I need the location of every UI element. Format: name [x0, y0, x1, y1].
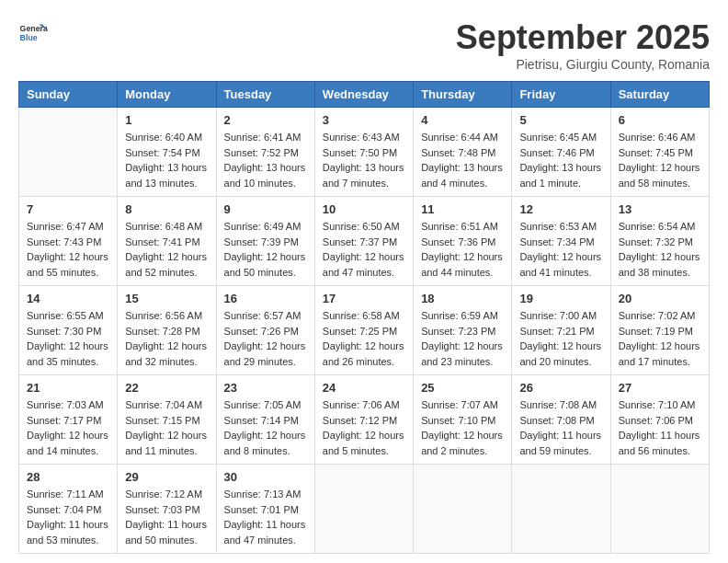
day-info: Sunrise: 7:00 AMSunset: 7:21 PMDaylight:…	[519, 308, 602, 369]
title-block: September 2025 Pietrisu, Giurgiu County,…	[456, 18, 710, 72]
calendar-day-cell: 19Sunrise: 7:00 AMSunset: 7:21 PMDayligh…	[512, 286, 610, 375]
calendar-day-cell	[610, 465, 709, 554]
day-info: Sunrise: 7:11 AMSunset: 7:04 PMDaylight:…	[27, 487, 109, 547]
day-number: 3	[323, 113, 405, 127]
day-info: Sunrise: 6:47 AMSunset: 7:43 PMDaylight:…	[27, 219, 109, 280]
day-info: Sunrise: 7:02 AMSunset: 7:19 PMDaylight:…	[619, 308, 701, 369]
day-info: Sunrise: 6:53 AMSunset: 7:34 PMDaylight:…	[519, 219, 602, 280]
calendar-day-header: Tuesday	[216, 82, 314, 108]
day-number: 7	[27, 202, 109, 216]
day-number: 15	[125, 292, 208, 305]
day-number: 9	[224, 202, 307, 216]
day-number: 28	[27, 470, 109, 484]
day-number: 25	[421, 381, 504, 395]
calendar-day-header: Thursday	[414, 82, 512, 108]
calendar-day-cell: 1Sunrise: 6:40 AMSunset: 7:54 PMDaylight…	[118, 108, 216, 197]
calendar-day-cell: 26Sunrise: 7:08 AMSunset: 7:08 PMDayligh…	[512, 375, 610, 465]
calendar-day-header: Monday	[118, 82, 216, 108]
calendar-day-cell: 27Sunrise: 7:10 AMSunset: 7:06 PMDayligh…	[610, 375, 709, 465]
day-info: Sunrise: 6:41 AMSunset: 7:52 PMDaylight:…	[224, 130, 307, 190]
day-number: 27	[619, 381, 701, 395]
calendar-day-header: Sunday	[19, 82, 118, 108]
day-info: Sunrise: 6:46 AMSunset: 7:45 PMDaylight:…	[619, 130, 701, 190]
day-number: 23	[224, 381, 307, 395]
day-number: 10	[323, 202, 405, 216]
calendar-week-row: 7Sunrise: 6:47 AMSunset: 7:43 PMDaylight…	[19, 197, 710, 286]
day-info: Sunrise: 6:49 AMSunset: 7:39 PMDaylight:…	[224, 219, 307, 280]
month-title: September 2025	[456, 18, 710, 57]
day-number: 2	[224, 113, 307, 127]
day-info: Sunrise: 6:55 AMSunset: 7:30 PMDaylight:…	[27, 308, 109, 369]
calendar-day-header: Saturday	[610, 82, 709, 108]
day-info: Sunrise: 7:07 AMSunset: 7:10 PMDaylight:…	[421, 397, 504, 458]
calendar-week-row: 21Sunrise: 7:03 AMSunset: 7:17 PMDayligh…	[19, 375, 710, 465]
calendar-table: SundayMondayTuesdayWednesdayThursdayFrid…	[18, 81, 710, 554]
day-info: Sunrise: 7:06 AMSunset: 7:12 PMDaylight:…	[323, 397, 405, 458]
day-number: 6	[619, 113, 701, 127]
calendar-day-cell	[19, 108, 118, 197]
calendar-day-cell: 14Sunrise: 6:55 AMSunset: 7:30 PMDayligh…	[19, 286, 118, 375]
calendar-day-cell: 25Sunrise: 7:07 AMSunset: 7:10 PMDayligh…	[414, 375, 512, 465]
day-info: Sunrise: 6:57 AMSunset: 7:26 PMDaylight:…	[224, 308, 307, 369]
day-number: 21	[27, 381, 109, 395]
day-number: 12	[519, 202, 602, 216]
day-number: 30	[224, 470, 307, 484]
calendar-day-cell	[314, 465, 413, 554]
calendar-day-cell: 23Sunrise: 7:05 AMSunset: 7:14 PMDayligh…	[216, 375, 314, 465]
calendar-day-cell: 5Sunrise: 6:45 AMSunset: 7:46 PMDaylight…	[512, 108, 610, 197]
logo: General Blue	[18, 18, 48, 48]
day-info: Sunrise: 7:05 AMSunset: 7:14 PMDaylight:…	[224, 397, 307, 458]
calendar-day-header: Wednesday	[314, 82, 413, 108]
calendar-day-cell: 15Sunrise: 6:56 AMSunset: 7:28 PMDayligh…	[118, 286, 216, 375]
day-info: Sunrise: 6:54 AMSunset: 7:32 PMDaylight:…	[619, 219, 701, 280]
day-number: 20	[619, 292, 701, 305]
day-number: 24	[323, 381, 405, 395]
day-info: Sunrise: 6:44 AMSunset: 7:48 PMDaylight:…	[421, 130, 504, 190]
calendar-day-cell: 7Sunrise: 6:47 AMSunset: 7:43 PMDaylight…	[19, 197, 118, 286]
day-info: Sunrise: 7:13 AMSunset: 7:01 PMDaylight:…	[224, 487, 307, 547]
day-number: 18	[421, 292, 504, 305]
calendar-day-cell: 20Sunrise: 7:02 AMSunset: 7:19 PMDayligh…	[610, 286, 709, 375]
calendar-day-cell: 16Sunrise: 6:57 AMSunset: 7:26 PMDayligh…	[216, 286, 314, 375]
page-header: General Blue September 2025 Pietrisu, Gi…	[18, 18, 710, 72]
calendar-day-cell: 24Sunrise: 7:06 AMSunset: 7:12 PMDayligh…	[314, 375, 413, 465]
day-number: 29	[125, 470, 208, 484]
calendar-day-cell: 6Sunrise: 6:46 AMSunset: 7:45 PMDaylight…	[610, 108, 709, 197]
location-subtitle: Pietrisu, Giurgiu County, Romania	[456, 57, 710, 72]
day-number: 26	[519, 381, 602, 395]
day-info: Sunrise: 6:58 AMSunset: 7:25 PMDaylight:…	[323, 308, 405, 369]
day-info: Sunrise: 6:45 AMSunset: 7:46 PMDaylight:…	[519, 130, 602, 190]
day-number: 19	[519, 292, 602, 305]
calendar-day-cell	[414, 465, 512, 554]
day-info: Sunrise: 6:48 AMSunset: 7:41 PMDaylight:…	[125, 219, 208, 280]
day-info: Sunrise: 7:12 AMSunset: 7:03 PMDaylight:…	[125, 487, 208, 547]
day-number: 16	[224, 292, 307, 305]
calendar-week-row: 28Sunrise: 7:11 AMSunset: 7:04 PMDayligh…	[19, 465, 710, 554]
calendar-day-cell: 29Sunrise: 7:12 AMSunset: 7:03 PMDayligh…	[118, 465, 216, 554]
day-number: 8	[125, 202, 208, 216]
day-number: 11	[421, 202, 504, 216]
calendar-day-cell: 9Sunrise: 6:49 AMSunset: 7:39 PMDaylight…	[216, 197, 314, 286]
day-info: Sunrise: 6:50 AMSunset: 7:37 PMDaylight:…	[323, 219, 405, 280]
day-info: Sunrise: 6:59 AMSunset: 7:23 PMDaylight:…	[421, 308, 504, 369]
calendar-day-cell: 8Sunrise: 6:48 AMSunset: 7:41 PMDaylight…	[118, 197, 216, 286]
calendar-day-cell: 4Sunrise: 6:44 AMSunset: 7:48 PMDaylight…	[414, 108, 512, 197]
calendar-day-cell: 11Sunrise: 6:51 AMSunset: 7:36 PMDayligh…	[414, 197, 512, 286]
logo-icon: General Blue	[18, 18, 48, 48]
day-info: Sunrise: 6:51 AMSunset: 7:36 PMDaylight:…	[421, 219, 504, 280]
calendar-week-row: 14Sunrise: 6:55 AMSunset: 7:30 PMDayligh…	[19, 286, 710, 375]
calendar-day-header: Friday	[512, 82, 610, 108]
day-info: Sunrise: 7:04 AMSunset: 7:15 PMDaylight:…	[125, 397, 208, 458]
calendar-day-cell	[512, 465, 610, 554]
calendar-day-cell: 22Sunrise: 7:04 AMSunset: 7:15 PMDayligh…	[118, 375, 216, 465]
day-number: 4	[421, 113, 504, 127]
day-info: Sunrise: 6:56 AMSunset: 7:28 PMDaylight:…	[125, 308, 208, 369]
day-number: 17	[323, 292, 405, 305]
calendar-day-cell: 28Sunrise: 7:11 AMSunset: 7:04 PMDayligh…	[19, 465, 118, 554]
calendar-day-cell: 21Sunrise: 7:03 AMSunset: 7:17 PMDayligh…	[19, 375, 118, 465]
day-info: Sunrise: 7:03 AMSunset: 7:17 PMDaylight:…	[27, 397, 109, 458]
calendar-day-cell: 10Sunrise: 6:50 AMSunset: 7:37 PMDayligh…	[314, 197, 413, 286]
day-info: Sunrise: 6:43 AMSunset: 7:50 PMDaylight:…	[323, 130, 405, 190]
day-number: 14	[27, 292, 109, 305]
calendar-day-cell: 13Sunrise: 6:54 AMSunset: 7:32 PMDayligh…	[610, 197, 709, 286]
